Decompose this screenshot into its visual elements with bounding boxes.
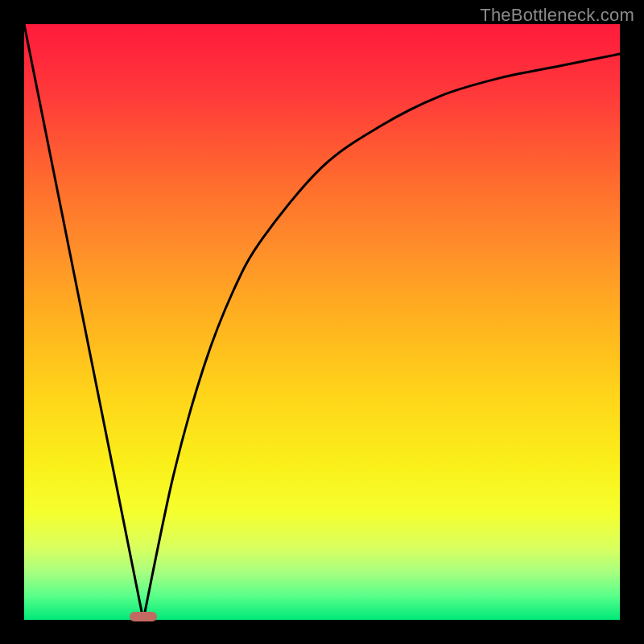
watermark-text: TheBottleneck.com <box>480 5 634 26</box>
chart-curves <box>24 24 620 620</box>
bottleneck-marker <box>130 612 157 621</box>
right-branch-path <box>143 54 620 620</box>
left-branch-path <box>24 24 143 620</box>
